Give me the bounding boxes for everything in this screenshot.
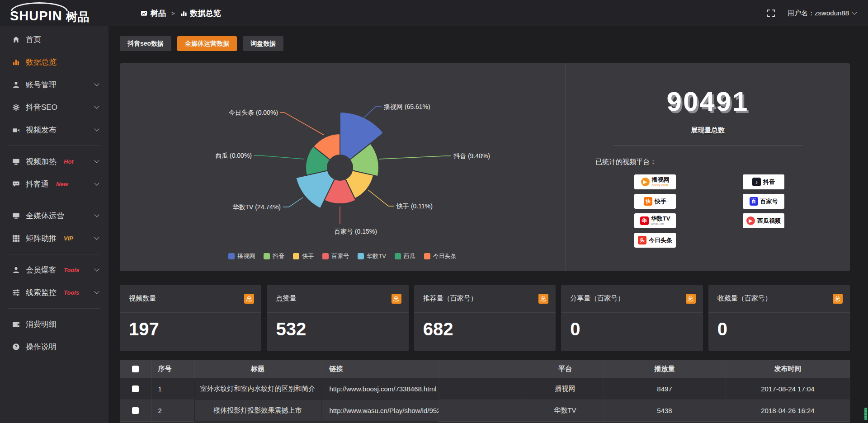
stat-card-header: 分享量（百家号）总 <box>561 285 703 313</box>
pie-label-line-抖音 <box>379 156 451 159</box>
stat-card-点赞量: 点赞量总532 <box>267 285 408 351</box>
row-select-cell <box>120 378 151 400</box>
cell-title-link[interactable]: 楼体投影灯投影效果震撼上市 <box>194 400 321 422</box>
total-badge: 总 <box>833 294 843 304</box>
sidebar-item-消费明细[interactable]: 消费明细 <box>0 313 108 335</box>
fullscreen-icon[interactable] <box>767 9 775 17</box>
column-header-标题: 标题 <box>194 360 321 378</box>
chevron-down-icon <box>94 266 99 271</box>
total-impressions-label: 展现量总数 <box>566 126 850 135</box>
pie-label-今日头条: 今日头条 (0.00%) <box>229 109 278 116</box>
publish-icon <box>12 126 20 134</box>
sidebar-item-线索监控[interactable]: 线索监控Tools <box>0 281 108 304</box>
table-row-partial <box>120 422 850 423</box>
breadcrumb-current[interactable]: 数据总览 <box>180 8 221 19</box>
logo-text-cn: 树品 <box>66 11 90 26</box>
row-checkbox[interactable] <box>132 385 139 392</box>
sidebar-item-label: 视频发布 <box>26 125 57 135</box>
tab-全媒体运营数据[interactable]: 全媒体运营数据 <box>177 36 237 51</box>
overview-panel: 播视网 (65.61%)抖音 (9.40%)快手 (0.11%)百家号 (0.1… <box>120 63 850 271</box>
sidebar-divider <box>8 200 100 200</box>
platform-name: 今日头条 <box>649 237 672 243</box>
pie-label-line-西瓜 <box>254 155 304 159</box>
sidebar-item-label: 数据总览 <box>26 57 57 67</box>
legend-item-播视网[interactable]: 播视网 <box>228 252 255 260</box>
chevron-down-icon <box>94 158 99 163</box>
total-impressions-value: 90491 <box>566 86 850 117</box>
legend-swatch <box>395 253 401 259</box>
抖音-logo-icon: ♪ <box>752 178 761 186</box>
stat-card-value: 197 <box>120 313 261 346</box>
sidebar-item-操作说明[interactable]: ?操作说明 <box>0 335 108 358</box>
pie-slice-华数TV[interactable] <box>296 170 335 208</box>
sliders-icon <box>12 288 20 296</box>
user-menu[interactable]: 用户名：zswodun88 <box>788 9 856 18</box>
sidebar-item-矩阵助推[interactable]: 矩阵助推VIP <box>0 227 108 249</box>
cell-plays: 8497 <box>604 378 726 400</box>
cell-url-link[interactable]: http://www.wasu.cn/Play/show/id/952... <box>321 400 439 422</box>
sidebar-item-label: 线索监控 <box>26 287 57 298</box>
pie-label-line-播视网 <box>364 107 382 118</box>
cell-platform: 播视网 <box>527 378 604 400</box>
sidebar-item-全媒体运营[interactable]: 全媒体运营 <box>0 204 108 227</box>
legend-item-华数TV[interactable]: 华数TV <box>358 252 386 260</box>
topbar: SHUPIN 树品 树品 > 数据总览 用户名：zswodun88 <box>0 0 868 26</box>
breadcrumb-root-label: 树品 <box>151 8 166 19</box>
breadcrumb: 树品 > 数据总览 <box>141 8 221 19</box>
pie-label-line-快手 <box>368 190 394 206</box>
row-select-cell <box>120 400 151 422</box>
sidebar-item-视频加热[interactable]: 视频加热Hot <box>0 150 108 173</box>
cell-num: 1 <box>151 378 194 400</box>
sidebar-item-数据总览[interactable]: 数据总览 <box>0 51 108 73</box>
legend-item-快手[interactable]: 快手 <box>293 252 314 260</box>
main-content: 抖音seo数据全媒体运营数据询盘数据 播视网 (65.61%)抖音 (9.40%… <box>108 26 868 423</box>
stat-card-label: 分享量（百家号） <box>570 294 624 303</box>
播视网-logo-icon: ▶ <box>641 178 650 186</box>
tab-询盘数据[interactable]: 询盘数据 <box>243 36 283 51</box>
sidebar: 首页数据总览账号管理抖音SEO视频发布视频加热Hot抖客通New全媒体运营矩阵助… <box>0 26 108 423</box>
data-tabs: 抖音seo数据全媒体运营数据询盘数据 <box>120 36 850 51</box>
total-badge: 总 <box>244 294 254 304</box>
stat-card-推荐量（百家号）: 推荐量（百家号）总682 <box>414 285 556 351</box>
tab-抖音seo数据[interactable]: 抖音seo数据 <box>120 36 171 51</box>
sidebar-item-首页[interactable]: 首页 <box>0 28 108 51</box>
legend-item-抖音[interactable]: 抖音 <box>264 252 284 260</box>
cell-spacer <box>439 400 527 422</box>
cell-url-link[interactable]: http://www.boosj.com/7338468.html <box>321 378 439 400</box>
sidebar-badge-VIP: VIP <box>64 235 73 242</box>
cell-time: 2017-08-24 17:04 <box>726 378 850 400</box>
sidebar-item-账号管理[interactable]: 账号管理 <box>0 73 108 96</box>
page-scroll-indicator[interactable] <box>864 408 867 420</box>
sidebar-badge-Hot: Hot <box>64 158 74 165</box>
chevron-down-icon <box>94 81 99 86</box>
sidebar-item-label: 全媒体运营 <box>26 211 64 221</box>
chevron-down-icon <box>94 212 99 217</box>
select-all-checkbox[interactable] <box>132 366 139 372</box>
select-all-header <box>120 360 151 378</box>
legend-item-百家号[interactable]: 百家号 <box>322 252 349 260</box>
chevron-down-icon <box>94 103 99 108</box>
svg-text:?: ? <box>14 344 17 349</box>
platform-name: 西瓜视频 <box>757 218 781 224</box>
chart-legend: 播视网抖音快手百家号华数TV西瓜今日头条 <box>120 252 565 260</box>
legend-label: 百家号 <box>331 252 349 260</box>
row-checkbox[interactable] <box>132 407 139 414</box>
sidebar-item-抖客通[interactable]: 抖客通New <box>0 173 108 195</box>
sidebar-item-label: 账号管理 <box>26 80 57 90</box>
stat-card-value: 0 <box>708 313 850 346</box>
legend-item-西瓜[interactable]: 西瓜 <box>395 252 415 260</box>
table-header-row: 序号标题链接平台播放量发布时间 <box>120 360 850 378</box>
home-icon <box>12 35 20 43</box>
cell-title-link[interactable]: 室外水纹灯和室内水纹灯的区别和简介 <box>194 378 321 400</box>
stat-card-header: 推荐量（百家号）总 <box>414 285 556 313</box>
legend-item-今日头条[interactable]: 今日头条 <box>424 252 457 260</box>
cell-time: 2018-04-26 16:24 <box>726 400 850 422</box>
sidebar-item-抖音SEO[interactable]: 抖音SEO <box>0 96 108 118</box>
platform-badge-抖音: ♪抖音 <box>743 174 784 189</box>
sidebar-item-会员爆客[interactable]: 会员爆客Tools <box>0 258 108 281</box>
total-badge: 总 <box>686 294 696 304</box>
breadcrumb-root[interactable]: 树品 <box>141 8 166 19</box>
sidebar-item-视频发布[interactable]: 视频发布 <box>0 118 108 141</box>
summary-divider <box>613 146 803 146</box>
platform-name: 百家号 <box>760 198 778 204</box>
